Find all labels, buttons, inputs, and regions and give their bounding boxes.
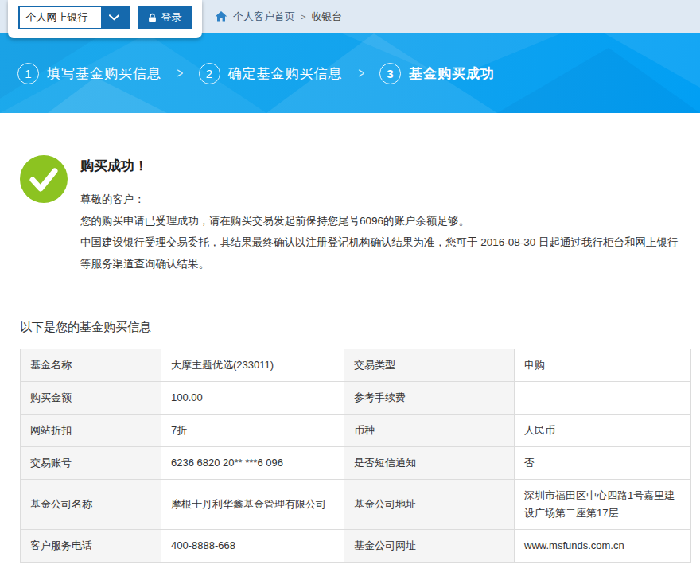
detail-label: 币种 — [344, 415, 515, 447]
detail-value: 6236 6820 20** ***6 096 — [161, 447, 344, 480]
step-1-label: 填写基金购买信息 — [47, 64, 161, 83]
detail-label: 基金名称 — [21, 349, 161, 382]
detail-value: www.msfunds.com.cn — [515, 530, 691, 563]
channel-card: 个人网上银行 登录 — [8, 0, 202, 38]
wizard-steps: 1 填写基金购买信息 > 2 确定基金购买信息 > 3 基金购买成功 — [18, 33, 495, 113]
detail-value: 否 — [515, 447, 691, 480]
table-row: 基金公司名称 摩根士丹利华鑫基金管理有限公司 基金公司地址 深圳市福田区中心四路… — [21, 480, 691, 530]
chevron-down-icon[interactable] — [101, 7, 128, 28]
detail-value — [515, 382, 691, 415]
step-1: 1 填写基金购买信息 — [18, 63, 161, 84]
top-bar: 个人客户首页 > 收银台 个人网上银行 登录 — [0, 0, 700, 33]
breadcrumb-separator: > — [301, 12, 305, 21]
detail-label: 交易类型 — [344, 349, 515, 382]
breadcrumb-home-link[interactable]: 个人客户首页 — [233, 10, 295, 24]
details-title: 以下是您的基金购买信息 — [20, 320, 680, 335]
table-row: 交易账号 6236 6820 20** ***6 096 是否短信通知 否 — [21, 447, 691, 480]
breadcrumb: 个人客户首页 > 收银台 — [215, 0, 342, 33]
step-banner: 1 填写基金购买信息 > 2 确定基金购买信息 > 3 基金购买成功 — [0, 33, 700, 113]
detail-label: 网站折扣 — [21, 415, 161, 447]
result-text: 购买成功！ 尊敬的客户： 您的购买申请已受理成功，请在购买交易发起前保持您尾号6… — [80, 155, 679, 275]
step-3-label: 基金购买成功 — [409, 64, 495, 83]
details-section: 以下是您的基金购买信息 基金名称 大摩主题优选(233011) 交易类型 申购 … — [20, 320, 680, 563]
step-1-number: 1 — [18, 63, 39, 84]
login-label: 登录 — [161, 10, 182, 25]
lock-icon — [148, 13, 157, 23]
table-row: 基金名称 大摩主题优选(233011) 交易类型 申购 — [21, 349, 691, 382]
result-greeting: 尊敬的客户： — [80, 189, 679, 210]
detail-value: 400-8888-668 — [161, 530, 344, 563]
detail-value: 人民币 — [515, 415, 691, 447]
breadcrumb-current: 收银台 — [311, 10, 342, 24]
result-line1: 您的购买申请已受理成功，请在购买交易发起前保持您尾号6096的账户余额足够。 — [80, 210, 679, 232]
home-icon — [215, 10, 228, 23]
result-title: 购买成功！ — [80, 157, 679, 175]
table-row: 网站折扣 7折 币种 人民币 — [21, 415, 691, 447]
detail-value: 大摩主题优选(233011) — [161, 349, 344, 382]
login-button[interactable]: 登录 — [138, 6, 192, 29]
step-2: 2 确定基金购买信息 — [199, 63, 343, 84]
detail-label: 交易账号 — [21, 447, 161, 480]
step-2-number: 2 — [199, 63, 220, 84]
step-2-label: 确定基金购买信息 — [228, 64, 343, 83]
detail-label: 基金公司地址 — [344, 480, 515, 530]
channel-select-value: 个人网上银行 — [20, 7, 101, 28]
table-row: 购买金额 100.00 参考手续费 — [21, 382, 691, 415]
detail-label: 基金公司网址 — [344, 530, 515, 563]
detail-value: 摩根士丹利华鑫基金管理有限公司 — [161, 480, 344, 530]
detail-value: 7折 — [161, 415, 344, 447]
detail-label: 参考手续费 — [344, 382, 515, 415]
step-3-number: 3 — [379, 63, 401, 84]
result-section: 购买成功！ 尊敬的客户： 您的购买申请已受理成功，请在购买交易发起前保持您尾号6… — [0, 113, 700, 275]
channel-select[interactable]: 个人网上银行 — [18, 6, 130, 29]
detail-label: 基金公司名称 — [21, 480, 161, 530]
step-separator-icon: > — [358, 65, 364, 82]
detail-label: 是否短信通知 — [344, 447, 515, 480]
result-line2: 中国建设银行受理交易委托，其结果最终确认以注册登记机构确认结果为准，您可于 20… — [80, 232, 679, 275]
detail-label: 客户服务电话 — [21, 530, 161, 563]
detail-label: 购买金额 — [21, 382, 161, 415]
purchase-info-table: 基金名称 大摩主题优选(233011) 交易类型 申购 购买金额 100.00 … — [20, 349, 691, 563]
detail-value: 申购 — [515, 349, 691, 382]
step-separator-icon: > — [177, 65, 183, 82]
detail-value: 100.00 — [161, 382, 344, 415]
table-row: 客户服务电话 400-8888-668 基金公司网址 www.msfunds.c… — [21, 530, 691, 563]
check-icon — [20, 155, 68, 203]
step-3-active: 3 基金购买成功 — [379, 63, 495, 84]
detail-value: 深圳市福田区中心四路1号嘉里建设广场第二座第17层 — [515, 480, 691, 530]
